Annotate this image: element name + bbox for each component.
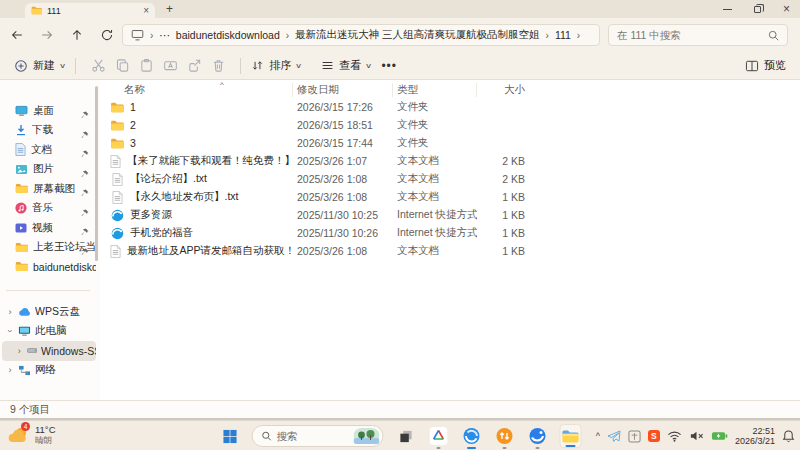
taskbar-search-box[interactable] (252, 425, 384, 447)
delete-button[interactable] (206, 58, 230, 73)
tray-expand-chevron[interactable]: ^ (596, 431, 600, 441)
folder-icon (110, 102, 124, 113)
sidebar-item-network[interactable]: › 网络 (2, 361, 96, 381)
file-row[interactable]: 1 2026/3/15 17:26 文件夹 (108, 98, 798, 116)
file-date: 2025/3/26 1:08 (293, 245, 393, 257)
address-bar[interactable]: › ⋯ baidunetdiskdownload › 最新流出迷玩大神 三人组高… (122, 24, 600, 46)
copy-button[interactable] (110, 58, 134, 73)
cut-button[interactable] (86, 58, 110, 73)
sidebar-item-music[interactable]: 音乐 (2, 199, 96, 219)
paste-button[interactable] (134, 58, 158, 73)
file-name: 更多资源 (130, 208, 172, 222)
sort-ascending-indicator: ^ (220, 80, 224, 89)
sidebar-item-downloads[interactable]: 下载 (2, 121, 96, 141)
file-type: 文件夹 (393, 118, 477, 132)
taskbar-search-input[interactable] (277, 430, 349, 442)
sidebar-item-windows-ssd[interactable]: › Windows-SSD (2, 341, 96, 361)
view-button[interactable]: 查看 ∨ (321, 58, 371, 73)
file-row[interactable]: 【永久地址发布页】.txt 2025/3/26 1:08 文本文档 1 KB (108, 188, 798, 206)
back-button[interactable] (10, 28, 24, 42)
share-button[interactable] (182, 58, 206, 73)
sort-button[interactable]: 排序 ∨ (251, 58, 301, 73)
sidebar-item-label: 网络 (35, 363, 56, 377)
file-row[interactable]: 【来了就能下载和观看！纯免费！】.txt 2025/3/26 1:07 文本文档… (108, 152, 798, 170)
chevron-down-icon: ∨ (365, 62, 372, 70)
column-header-name[interactable]: ^名称 (108, 83, 293, 97)
chevron-right-icon[interactable]: › (16, 346, 23, 356)
sidebar-item-documents[interactable]: 文档 (2, 140, 96, 160)
battery-icon[interactable] (711, 431, 728, 441)
close-button[interactable]: × (783, 3, 790, 15)
sidebar-item-pictures[interactable]: 图片 (2, 160, 96, 180)
sidebar-item-this-pc[interactable]: › 此电脑 (2, 322, 96, 342)
pictures-icon (15, 164, 28, 175)
volume-muted-icon[interactable] (689, 430, 704, 442)
new-button[interactable]: 新建 ∨ (14, 58, 65, 73)
sidebar-item-folder-laowang[interactable]: 上老王论坛当 (2, 238, 96, 258)
new-tab-button[interactable]: + (166, 2, 173, 16)
tri-loop-app-icon[interactable] (428, 423, 450, 449)
chevron-right-icon[interactable]: › (6, 307, 14, 317)
explorer-search-box[interactable] (608, 24, 788, 46)
blue-orb-browser-icon[interactable] (527, 423, 549, 449)
search-icon (768, 30, 779, 41)
file-date: 2026/3/15 17:26 (293, 101, 393, 113)
clock-time: 22:51 (752, 426, 775, 436)
telegram-icon[interactable] (607, 430, 621, 442)
sidebar-item-folder-baidunetdisk[interactable]: baidunetdiskdownload (2, 257, 96, 277)
task-view-button[interactable] (395, 423, 417, 449)
view-list-icon (321, 59, 334, 72)
blue-swirl-browser-icon[interactable] (461, 423, 483, 449)
restore-button[interactable] (754, 6, 761, 13)
file-row[interactable]: 3 2026/3/15 17:44 文件夹 (108, 134, 798, 152)
ime-tray-icon[interactable] (628, 430, 641, 443)
breadcrumb-item[interactable]: 111 (555, 29, 571, 41)
file-explorer-icon (562, 429, 580, 444)
notification-bell-icon[interactable] (782, 429, 795, 443)
clock[interactable]: 22:51 2026/3/21 (735, 426, 775, 446)
column-header-date[interactable]: 修改日期 (293, 83, 393, 97)
weather-alert-badge: 4 (21, 422, 30, 431)
refresh-button[interactable] (100, 28, 114, 42)
more-options-button[interactable]: ••• (381, 59, 397, 73)
sidebar-item-wps-cloud[interactable]: › WPS云盘 (2, 302, 96, 322)
file-row[interactable]: 【论坛介绍】.txt 2025/3/26 1:08 文本文档 2 KB (108, 170, 798, 188)
crumb-ellipsis[interactable]: ⋯ (159, 29, 170, 41)
new-button-label: 新建 (33, 58, 55, 73)
column-header-type[interactable]: 类型 (393, 83, 477, 97)
breadcrumb-item[interactable]: baidunetdiskdownload (176, 29, 280, 41)
chevron-right-icon[interactable]: › (6, 365, 14, 375)
up-button[interactable] (70, 28, 84, 42)
sort-button-label: 排序 (269, 58, 291, 73)
breadcrumb-item[interactable]: 最新流出迷玩大神 三人组高清爽玩厦航极品制服空姐 (295, 28, 539, 42)
file-name: 【永久地址发布页】.txt (130, 190, 239, 204)
start-button[interactable] (219, 423, 241, 449)
file-row[interactable]: 手机党的福音 2025/11/30 10:26 Internet 快捷方式 1 … (108, 224, 798, 242)
chevron-down-icon[interactable]: › (5, 327, 15, 335)
explorer-tab[interactable]: 111 × (25, 3, 155, 18)
crumb-separator: › (546, 30, 549, 41)
sidebar-item-videos[interactable]: 视频 (2, 218, 96, 238)
file-row[interactable]: 2 2026/3/15 18:51 文件夹 (108, 116, 798, 134)
weather-widget[interactable]: 4 11°C 晴朗 (8, 424, 56, 446)
preview-toggle[interactable]: 预览 (745, 58, 786, 73)
text-file-icon (110, 245, 121, 258)
file-explorer-taskbar-icon[interactable] (560, 424, 582, 448)
file-row[interactable]: 更多资源 2025/11/30 10:25 Internet 快捷方式 1 KB (108, 206, 798, 224)
minimize-button[interactable] (723, 9, 732, 10)
sogou-icon[interactable]: S (648, 430, 660, 442)
sidebar-item-screenshots[interactable]: 屏幕截图 (2, 179, 96, 199)
text-file-icon (110, 173, 124, 186)
rename-button[interactable] (158, 58, 182, 73)
forward-button[interactable] (40, 28, 54, 42)
tab-close-icon[interactable]: × (143, 6, 149, 16)
sidebar-scrollbar[interactable] (95, 86, 98, 261)
orange-updown-app-icon[interactable] (494, 423, 516, 449)
wifi-icon[interactable] (667, 430, 682, 442)
preview-toggle-label: 预览 (764, 58, 786, 73)
file-row[interactable]: 最新地址及APP请发邮箱自动获取！！！.txt 2025/3/26 1:08 文… (108, 242, 798, 260)
search-input[interactable] (617, 29, 768, 41)
sidebar-item-desktop[interactable]: 桌面 (2, 101, 96, 121)
column-header-size[interactable]: 大小 (477, 83, 527, 97)
trash-icon (211, 58, 226, 73)
